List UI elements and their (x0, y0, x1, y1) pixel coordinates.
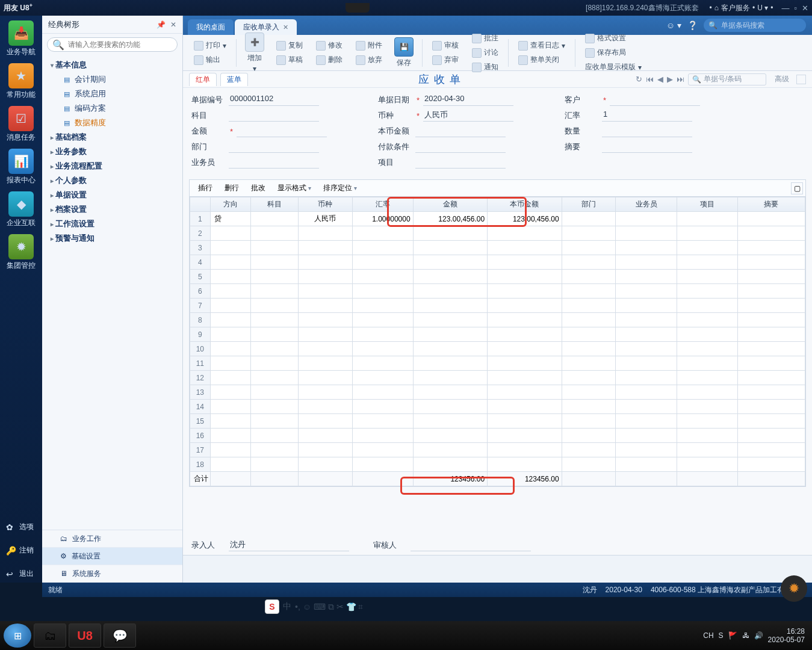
save-button[interactable]: 💾保存 (389, 36, 418, 69)
col-currency[interactable]: 币种 (298, 197, 352, 212)
rail-report[interactable]: 📊报表中心 (3, 149, 39, 185)
tray-flag-icon[interactable]: 🚩 (728, 631, 737, 640)
tree-group-personal[interactable]: 个人参数 (42, 173, 182, 188)
display-format-button[interactable]: 显示格式 (273, 182, 316, 194)
delete-button[interactable]: 删除 (314, 54, 345, 67)
abandon-button[interactable]: 放弃 (353, 54, 385, 67)
sidebar-search-input[interactable] (68, 40, 172, 49)
home-icon[interactable]: ⌂ (714, 4, 719, 12)
col-amount[interactable]: 金额 (413, 197, 488, 212)
tray-sogou-icon[interactable]: S (719, 631, 724, 640)
prev-icon[interactable]: ◀ (657, 75, 663, 84)
next-icon[interactable]: ▶ (667, 75, 673, 84)
tab-close-icon[interactable]: ✕ (283, 23, 288, 31)
last-icon[interactable]: ⏭ (677, 75, 684, 84)
discuss-button[interactable]: 讨论 (470, 46, 501, 60)
col-local-amount[interactable]: 本币金额 (488, 197, 562, 212)
taskbar-u8[interactable]: U8 (69, 624, 101, 648)
sort-locate-button[interactable]: 排序定位 (318, 182, 362, 194)
refresh-icon[interactable]: ↻ (636, 75, 642, 84)
subject-field[interactable] (229, 110, 319, 122)
tree-group-workflow[interactable]: 工作流设置 (42, 217, 182, 231)
payterm-field[interactable] (415, 141, 506, 153)
tree-group-archive[interactable]: 基础档案 (42, 130, 182, 144)
export-button[interactable]: 输出 (191, 54, 229, 67)
grid-expand-icon[interactable]: ▢ (791, 182, 803, 194)
minimize-icon[interactable]: — (781, 4, 789, 13)
col-dept[interactable]: 部门 (562, 197, 616, 212)
layout-button[interactable]: 保存布局 (583, 46, 644, 60)
help-icon[interactable]: ❔ (687, 20, 698, 30)
advanced-link[interactable]: 高级 (775, 74, 789, 84)
taskbar-explorer[interactable]: 🗂 (34, 624, 66, 648)
sb-foot-work[interactable]: 🗂业务工作 (42, 530, 182, 548)
col-subject[interactable]: 科目 (251, 197, 299, 212)
project-field[interactable] (415, 156, 506, 169)
expand-icon[interactable] (796, 75, 806, 84)
rail-msg[interactable]: ☑消息任务 (3, 106, 39, 143)
rail-enterprise[interactable]: ◆企业互联 (3, 191, 39, 228)
copy-button[interactable]: 复制 (274, 39, 305, 52)
col-project[interactable]: 项目 (677, 197, 737, 212)
table-row[interactable]: 6 (190, 284, 805, 299)
delete-row-button[interactable]: 删行 (220, 182, 244, 194)
tree-leaf-code-scheme[interactable]: ▤编码方案 (42, 101, 182, 116)
tree-leaf-precision[interactable]: ▤数据精度 (42, 116, 182, 130)
draft-button[interactable]: 草稿 (274, 54, 305, 67)
audit-button[interactable]: 审核 (430, 39, 461, 52)
format-button[interactable]: 格式设置 (583, 32, 644, 45)
tree-group-voucher[interactable]: 单据设置 (42, 188, 182, 202)
table-row[interactable]: 8 (190, 313, 805, 327)
tree-group-alert[interactable]: 预警与通知 (42, 231, 182, 246)
service-u[interactable]: U ▾ (757, 4, 768, 12)
table-row[interactable]: 7 (190, 299, 805, 313)
tree-group-bizparam[interactable]: 业务参数 (42, 144, 182, 159)
table-row[interactable]: 4 (190, 255, 805, 270)
docno-field[interactable]: 0000001102 (229, 94, 319, 106)
tree-leaf-enable[interactable]: ▤系统启用 (42, 87, 182, 101)
insert-row-button[interactable]: 插行 (193, 182, 217, 194)
system-tray[interactable]: CH S 🚩 🖧 🔊 16:282020-05-07 (703, 627, 808, 644)
tree-group-basic-info[interactable]: 基本信息 (42, 58, 182, 72)
close-icon[interactable]: ✕ (802, 4, 808, 13)
tree-group-flow[interactable]: 业务流程配置 (42, 159, 182, 173)
service-menu[interactable]: • ⌂ 客户服务 • U ▾ • (710, 3, 773, 13)
tray-vol-icon[interactable]: 🔊 (754, 631, 763, 640)
customer-field[interactable] (610, 94, 700, 106)
rail-fav[interactable]: ★常用功能 (3, 63, 39, 100)
date-field[interactable]: 2020-04-30 (423, 94, 513, 106)
modify-button[interactable]: 修改 (314, 39, 345, 52)
tab-home[interactable]: 我的桌面 (188, 19, 234, 35)
amount-field[interactable] (237, 125, 327, 137)
log-button[interactable]: 查看日志 ▾ (516, 39, 568, 52)
pin-icon[interactable]: 📌 (157, 20, 166, 29)
col-digest[interactable]: 摘要 (737, 197, 805, 212)
tree-leaf-period[interactable]: ▤会计期间 (42, 72, 182, 87)
tree-group-archive-set[interactable]: 档案设置 (42, 202, 182, 217)
currency-field[interactable]: 人民币 (423, 110, 513, 122)
col-sales[interactable]: 业务员 (616, 197, 677, 212)
table-row[interactable]: 11 (190, 356, 805, 371)
sogou-icon[interactable]: S (265, 599, 279, 614)
red-doc-tab[interactable]: 红单 (189, 73, 217, 86)
table-row[interactable]: 1贷人民币1.00000000123.00,456.00123.00,456.0… (190, 212, 805, 226)
restore-icon[interactable]: ▫ (794, 4, 797, 13)
tray-clock[interactable]: 16:282020-05-07 (768, 627, 805, 644)
table-row[interactable]: 5 (190, 270, 805, 284)
table-row[interactable]: 13 (190, 385, 805, 400)
table-row[interactable]: 15 (190, 414, 805, 429)
start-button[interactable]: ⊞ (4, 624, 31, 648)
sb-foot-service[interactable]: 🖥系统服务 (42, 565, 182, 583)
attach-button[interactable]: 附件 (353, 39, 385, 52)
col-direction[interactable]: 方向 (210, 197, 250, 212)
first-icon[interactable]: ⏮ (646, 75, 654, 84)
ime-tools[interactable]: •, ☺ ⌨ ⧉ ✂ 👕 ⌗ (295, 602, 363, 612)
print-button[interactable]: 打印 ▾ (191, 39, 229, 52)
add-button[interactable]: ➕增加 ▾ (240, 31, 269, 74)
locate-input[interactable]: 🔍单据号/条码 (688, 73, 766, 85)
col-rate[interactable]: 汇率 (352, 197, 413, 212)
tray-lang[interactable]: CH (703, 631, 713, 640)
sales-field[interactable] (229, 156, 319, 169)
table-row[interactable]: 16 (190, 429, 805, 443)
batch-edit-button[interactable]: 批改 (246, 182, 270, 194)
